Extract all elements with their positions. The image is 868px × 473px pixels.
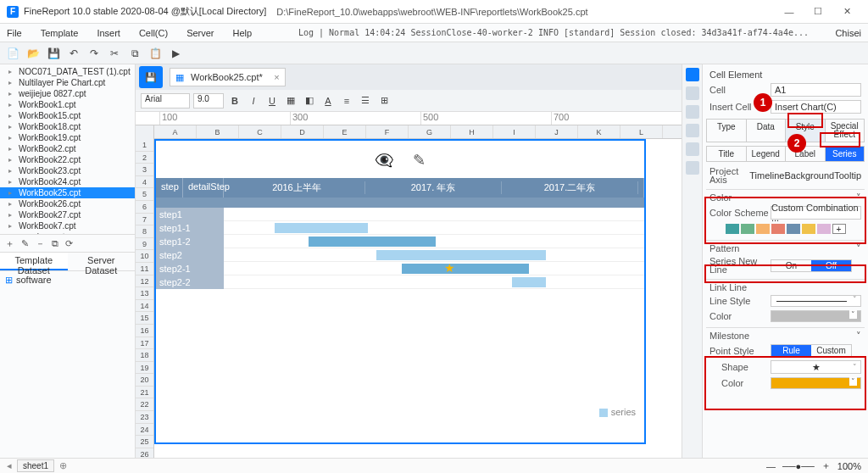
file-item[interactable]: WorkBook19.cpt [0, 132, 135, 143]
strip-widget-icon[interactable] [686, 142, 699, 156]
tab-type[interactable]: Type [707, 120, 747, 142]
swatch[interactable] [726, 224, 739, 234]
minimize-button[interactable]: — [775, 3, 804, 21]
swatch-add[interactable]: + [832, 224, 846, 234]
zoom-out-icon[interactable]: — [766, 461, 776, 471]
shape-select[interactable]: ★ [771, 360, 861, 374]
size-select[interactable]: 9.0 [193, 93, 224, 109]
cell-ref-input[interactable]: A1 [771, 83, 861, 97]
strip-attr-icon[interactable] [686, 86, 699, 100]
file-item[interactable]: weijiejue 0827.cpt [0, 88, 135, 99]
user-label[interactable]: Chisei [835, 28, 861, 38]
strip-link-icon[interactable] [686, 124, 699, 137]
sheet-add-icon[interactable]: ⊕ [59, 460, 67, 471]
menu-help[interactable]: Help [233, 28, 253, 38]
align-center-icon[interactable]: ☰ [358, 93, 373, 109]
save-big-button[interactable]: 💾 [139, 66, 163, 88]
tab-title[interactable]: Title [707, 147, 747, 161]
point-style-toggle[interactable]: Rule Custom [771, 344, 852, 357]
fontcolor-button[interactable]: A [320, 93, 336, 109]
fill-button[interactable]: ◧ [302, 93, 317, 109]
file-item[interactable]: WorkBook2.cpt [0, 143, 135, 154]
document-tab[interactable]: ▦ WorkBook25.cpt* × [170, 68, 286, 86]
series-new-line-toggle[interactable]: On Off [771, 259, 852, 272]
copy-icon[interactable]: ⧉ [127, 46, 142, 61]
file-item[interactable]: yuanban.cpt [0, 231, 135, 234]
maximize-button[interactable]: ☐ [804, 3, 832, 21]
swatch[interactable] [756, 224, 770, 234]
file-item[interactable]: WorkBook25.cpt [0, 187, 135, 198]
bold-button[interactable]: B [227, 93, 242, 109]
file-item[interactable]: WorkBook27.cpt [0, 209, 135, 220]
tab-label[interactable]: Label [786, 147, 826, 161]
save-icon[interactable]: 💾 [46, 46, 61, 61]
dataset-item[interactable]: software [5, 275, 130, 286]
align-left-icon[interactable]: ≡ [339, 93, 354, 109]
paste-icon[interactable]: 📋 [147, 46, 163, 61]
undo-icon[interactable]: ↶ [66, 46, 81, 61]
file-item[interactable]: WorkBook7.cpt [0, 220, 135, 231]
tab-server-dataset[interactable]: Server Dataset [68, 253, 136, 270]
menu-server[interactable]: Server [186, 28, 214, 38]
zoom-in-icon[interactable]: ＋ [821, 459, 831, 472]
menu-template[interactable]: Template [41, 28, 79, 38]
open-icon[interactable]: 📂 [25, 46, 41, 61]
swatch[interactable] [787, 224, 800, 234]
underline-button[interactable]: U [264, 93, 280, 109]
close-button[interactable]: ✕ [832, 3, 861, 21]
ds-copy-icon[interactable]: ⧉ [52, 238, 58, 249]
menu-insert[interactable]: Insert [97, 28, 120, 38]
ds-del-icon[interactable]: － [36, 237, 45, 250]
file-item[interactable]: Nultilayer Pie Chart.cpt [0, 77, 135, 88]
ds-add-icon[interactable]: ＋ [5, 237, 14, 250]
zoom-slider[interactable]: ──●── [782, 461, 815, 471]
italic-button[interactable]: I [246, 93, 261, 109]
tab-legend[interactable]: Legend [747, 147, 787, 161]
file-item[interactable]: WorkBook15.cpt [0, 110, 135, 121]
sheet-prev-icon[interactable]: ◂ [7, 460, 12, 471]
merge-icon[interactable]: ⊞ [376, 93, 392, 109]
cut-icon[interactable]: ✂ [107, 46, 122, 61]
file-item[interactable]: WorkBook1.cpt [0, 99, 135, 110]
new-icon[interactable]: 📄 [5, 46, 20, 61]
strip-cond-icon[interactable] [686, 105, 699, 119]
tab-style[interactable]: Style [786, 120, 826, 142]
edit-icon[interactable]: ✎ [413, 152, 426, 169]
chart-cell[interactable]: 👁‍🗨 ✎ step detailStep 2016上半年2017. 年东201… [154, 139, 646, 444]
tab-template-dataset[interactable]: Template Dataset [0, 253, 68, 270]
preview-icon[interactable]: ▶ [168, 46, 183, 61]
ds-edit-icon[interactable]: ✎ [21, 238, 29, 249]
tab-special-effect[interactable]: Special Effect [826, 120, 865, 142]
menu-file[interactable]: File [7, 28, 22, 38]
ds-refresh-icon[interactable]: ⟳ [65, 238, 73, 249]
swatch[interactable] [802, 224, 815, 234]
swatch[interactable] [741, 224, 754, 234]
font-select[interactable]: Arial [141, 93, 190, 109]
shape-color-select[interactable] [771, 377, 861, 389]
line-style-select[interactable] [771, 295, 861, 307]
menu-bar: File Template Insert Cell(C) Server Help… [0, 24, 868, 42]
strip-cell-icon[interactable] [686, 68, 699, 81]
swatch[interactable] [771, 224, 785, 234]
file-item[interactable]: WorkBook24.cpt [0, 176, 135, 187]
file-item[interactable]: WorkBook18.cpt [0, 121, 135, 132]
tab-series[interactable]: Series [826, 147, 865, 161]
color-scheme-select[interactable]: Custom Combination ... [771, 206, 861, 220]
grid-area[interactable]: 👁‍🗨 ✎ step detailStep 2016上半年2017. 年东201… [154, 139, 682, 458]
tab-close-icon[interactable]: × [274, 72, 279, 82]
zoom-label: 100% [837, 461, 861, 471]
file-item[interactable]: WorkBook23.cpt [0, 165, 135, 176]
swatch[interactable] [817, 224, 831, 234]
menu-cell[interactable]: Cell(C) [139, 28, 168, 38]
tab-data[interactable]: Data [747, 120, 787, 142]
file-item[interactable]: WorkBook22.cpt [0, 154, 135, 165]
sheet-tab[interactable]: sheet1 [17, 459, 54, 472]
strip-misc-icon[interactable] [686, 161, 699, 175]
border-button[interactable]: ▦ [283, 93, 298, 109]
visibility-icon[interactable]: 👁‍🗨 [375, 152, 393, 169]
line-color-select[interactable] [771, 310, 861, 322]
redo-icon[interactable]: ↷ [86, 46, 102, 61]
file-item[interactable]: WorkBook26.cpt [0, 198, 135, 209]
file-item[interactable]: NOC071_DATA_TEST (1).cpt [0, 66, 135, 77]
insert-cell-select[interactable]: Insert Chart(C) [771, 100, 861, 114]
